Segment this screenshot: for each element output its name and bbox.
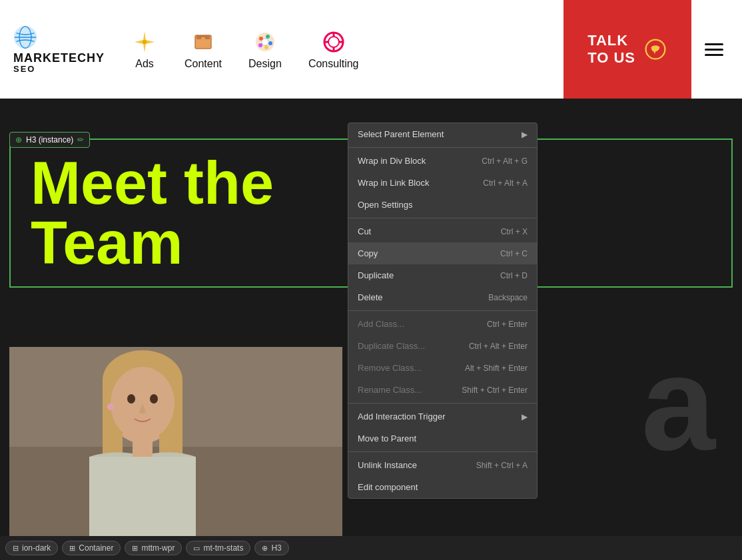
person-silhouette xyxy=(9,347,342,540)
menu-item-duplicate[interactable]: Duplicate Ctrl + D xyxy=(348,264,537,286)
sparkle-icon xyxy=(131,29,158,55)
menu-item-edit-component[interactable]: Edit component xyxy=(348,476,537,498)
wrap-div-label: Wrap in Div Block xyxy=(358,156,482,166)
unlink-label: Unlink Instance xyxy=(358,460,476,470)
duplicate-shortcut: Ctrl + D xyxy=(500,271,528,280)
logo-sub: SEO xyxy=(13,64,35,74)
h3-component-icon: ⊕ xyxy=(262,544,268,553)
open-settings-label: Open Settings xyxy=(358,200,528,210)
cut-label: Cut xyxy=(358,226,501,236)
duplicate-class-shortcut: Ctrl + Alt + Enter xyxy=(469,342,528,351)
hamburger-line-3 xyxy=(705,54,723,56)
nav-ads-label: Ads xyxy=(135,58,154,70)
headline-line2: Team xyxy=(31,210,183,276)
logo-icon xyxy=(13,25,37,49)
edit-component-label: Edit component xyxy=(358,482,528,492)
unlink-shortcut: Shift + Ctrl + A xyxy=(476,461,528,470)
section-icon: ⊟ xyxy=(13,544,19,553)
breadcrumb-item-mttm-wpr[interactable]: ⊞ mttm-wpr xyxy=(125,541,182,555)
breadcrumb-container-label: Container xyxy=(79,543,113,553)
watermark-char: a xyxy=(641,327,715,480)
svg-point-28 xyxy=(127,394,135,404)
menu-divider-5 xyxy=(348,451,537,452)
talk-to-us-button[interactable]: TALK TO US xyxy=(563,0,691,99)
cut-shortcut: Ctrl + X xyxy=(501,227,528,236)
svg-point-9 xyxy=(266,35,270,39)
rename-class-label: Rename Class... xyxy=(358,385,462,395)
breadcrumb-mttm-label: mttm-wpr xyxy=(141,543,175,553)
wrap-link-shortcut: Ctrl + Alt + A xyxy=(483,178,528,188)
hamburger-menu[interactable] xyxy=(699,38,729,61)
selected-element-label: ⊕ H3 (instance) ✏ xyxy=(9,132,90,148)
menu-item-add-trigger[interactable]: Add Interaction Trigger ▶ xyxy=(348,406,537,427)
logo-name: MARKETECHY xyxy=(13,52,105,64)
team-photo xyxy=(9,347,342,540)
menu-item-select-parent[interactable]: Select Parent Element ▶ xyxy=(348,123,537,145)
svg-rect-32 xyxy=(89,457,196,540)
svg-point-13 xyxy=(262,39,268,45)
logo[interactable]: MARKETECHY SEO xyxy=(13,25,105,74)
menu-divider-3 xyxy=(348,310,537,311)
menu-item-open-settings[interactable]: Open Settings xyxy=(348,194,537,216)
nav-item-consulting[interactable]: Consulting xyxy=(308,29,359,70)
svg-point-10 xyxy=(268,41,272,45)
breadcrumb-item-h3[interactable]: ⊕ H3 xyxy=(254,541,288,555)
nav-items: Ads Content Design xyxy=(131,29,563,70)
menu-item-remove-class: Remove Class... Alt + Shift + Enter xyxy=(348,357,537,379)
remove-class-shortcut: Alt + Shift + Enter xyxy=(465,364,528,373)
selected-element-name: H3 (instance) xyxy=(26,135,73,144)
breadcrumb-item-container[interactable]: ⊞ Container xyxy=(62,541,121,555)
menu-divider-4 xyxy=(348,403,537,404)
add-class-label: Add Class... xyxy=(358,319,487,329)
hamburger-line-2 xyxy=(705,49,723,51)
menu-item-copy[interactable]: Copy Ctrl + C xyxy=(348,242,537,264)
nav-content-label: Content xyxy=(185,58,222,70)
stats-icon: ▭ xyxy=(193,544,200,553)
menu-item-rename-class: Rename Class... Shift + Ctrl + Enter xyxy=(348,379,537,401)
nav-item-design[interactable]: Design xyxy=(248,29,282,70)
menu-item-move-parent[interactable]: Move to Parent xyxy=(348,427,537,449)
breadcrumb-bar: ⊟ ion-dark ⊞ Container ⊞ mttm-wpr ▭ mt-t… xyxy=(0,536,742,560)
add-trigger-label: Add Interaction Trigger xyxy=(358,412,522,421)
headline-line1: Meet the xyxy=(31,150,274,216)
breadcrumb-stats-label: mt-tm-stats xyxy=(203,543,243,553)
component-icon: ⊕ xyxy=(15,135,22,144)
svg-point-12 xyxy=(258,43,262,47)
menu-divider-2 xyxy=(348,218,537,218)
add-class-shortcut: Ctrl + Enter xyxy=(487,320,528,329)
breadcrumb-section-label: ion-dark xyxy=(22,543,51,553)
nav-item-ads[interactable]: Ads xyxy=(131,29,158,70)
rename-class-shortcut: Shift + Ctrl + Enter xyxy=(462,386,528,395)
nav-consulting-label: Consulting xyxy=(308,58,359,70)
nav-design-label: Design xyxy=(248,58,282,70)
menu-divider-1 xyxy=(348,147,537,148)
cta-text: TALK TO US xyxy=(587,32,635,67)
remove-class-label: Remove Class... xyxy=(358,363,465,373)
svg-point-11 xyxy=(264,45,268,49)
nav-item-content[interactable]: Content xyxy=(185,29,222,70)
menu-item-unlink[interactable]: Unlink Instance Shift + Ctrl + A xyxy=(348,454,537,476)
svg-rect-6 xyxy=(201,37,205,39)
breadcrumb-item-section[interactable]: ⊟ ion-dark xyxy=(5,541,58,555)
svg-point-30 xyxy=(107,404,114,410)
box-icon xyxy=(190,29,216,55)
menu-item-duplicate-class: Duplicate Class... Ctrl + Alt + Enter xyxy=(348,335,537,357)
edit-pencil-icon[interactable]: ✏ xyxy=(77,135,84,144)
lifering-icon xyxy=(320,29,347,55)
copy-shortcut: Ctrl + C xyxy=(500,249,528,258)
duplicate-class-label: Duplicate Class... xyxy=(358,341,469,351)
menu-item-wrap-link[interactable]: Wrap in Link Block Ctrl + Alt + A xyxy=(348,172,537,194)
move-parent-label: Move to Parent xyxy=(358,433,528,443)
cta-line1: TALK xyxy=(587,32,635,49)
breadcrumb-item-mt-tm-stats[interactable]: ▭ mt-tm-stats xyxy=(186,541,250,555)
wrap-link-label: Wrap in Link Block xyxy=(358,178,483,188)
mttm-icon: ⊞ xyxy=(132,544,138,553)
menu-item-wrap-div[interactable]: Wrap in Div Block Ctrl + Alt + G xyxy=(348,150,537,172)
chat-icon xyxy=(643,37,667,61)
palette-icon xyxy=(252,29,278,55)
copy-label: Copy xyxy=(358,248,500,258)
menu-item-delete[interactable]: Delete Backspace xyxy=(348,286,537,308)
context-menu: Select Parent Element ▶ Wrap in Div Bloc… xyxy=(348,123,538,499)
canvas: ⊕ H3 (instance) ✏ Meet the Team xyxy=(0,99,742,560)
menu-item-cut[interactable]: Cut Ctrl + X xyxy=(348,220,537,242)
